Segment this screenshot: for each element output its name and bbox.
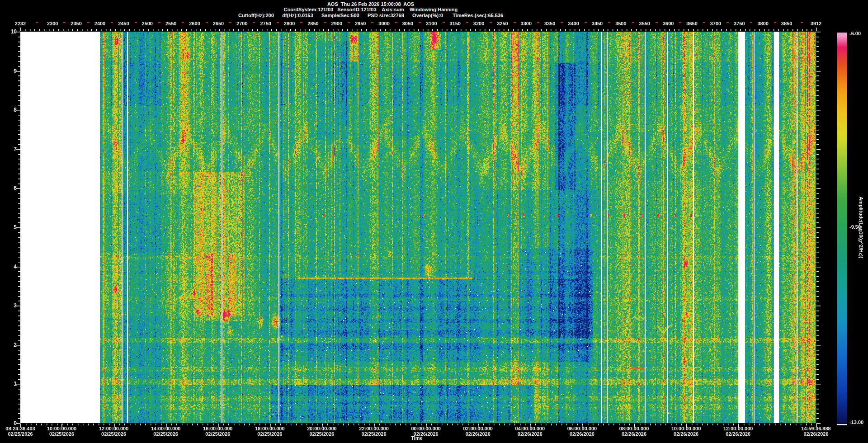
top-axis-label: 2800 (284, 21, 295, 26)
time-axis-title: Time (411, 435, 422, 441)
top-axis-label: 2650 (213, 21, 224, 26)
app-window: AOS Thu 26 Feb 2026 15:00:08 AOS CoordSy… (0, 0, 868, 443)
top-axis-label: 2450 (118, 21, 129, 26)
top-axis-label: 3050 (402, 21, 413, 26)
time-tick-label: 12:00:00.00002/26/2026 (723, 426, 753, 437)
top-axis-label: 3500 (615, 21, 626, 26)
time-tick-label: 10:00:00.00002/26/2026 (671, 426, 701, 437)
top-axis-label: 2900 (331, 21, 342, 26)
frequency-tick-label: 5 (0, 224, 17, 231)
spectrogram-canvas[interactable] (20, 32, 816, 423)
top-axis-label: 3300 (521, 21, 532, 26)
top-axis-label: 3912 (811, 21, 821, 26)
top-axis-label: 3400 (568, 21, 579, 26)
time-tick-label: 20:00:00.00002/25/2026 (307, 426, 336, 437)
top-axis-label: 2550 (165, 21, 176, 26)
top-axis-label: 3000 (378, 21, 389, 26)
frequency-tick-label: 8 (0, 107, 17, 113)
top-axis-label: 2600 (189, 21, 200, 26)
time-tick-label: 14:59:36.88802/26/2026 (801, 426, 830, 437)
frequency-tick-label: 9 (0, 68, 17, 74)
top-axis-label: 2350 (71, 21, 81, 26)
time-tick-label: 12:00:00.00002/25/2026 (99, 426, 128, 437)
time-tick-label: 08:00:00.00002/26/2026 (619, 426, 649, 437)
top-axis-label: 2232 (15, 21, 26, 26)
frequency-tick-label: 2 (0, 342, 17, 348)
top-axis-label: 3100 (426, 21, 437, 26)
time-tick-label: 04:00:00.00002/26/2026 (515, 426, 545, 437)
top-axis-label: 3250 (497, 21, 508, 26)
top-axis-label: 3650 (686, 21, 697, 26)
frequency-tick-label: 0 (0, 420, 17, 426)
top-axis-label: 3750 (734, 21, 745, 26)
top-axis-label: 2700 (236, 21, 247, 26)
top-axis-label: 2950 (355, 21, 366, 26)
amplitude-axis-title: Amplitude(Log10(g^2/Hz)) (859, 32, 864, 423)
colorbar (837, 33, 847, 424)
top-axis-label: 3350 (544, 21, 555, 26)
frequency-tick-label: 1 (0, 381, 17, 387)
top-axis-label: 2300 (47, 21, 58, 26)
time-tick-label: 02:00:00.00002/26/2026 (463, 426, 493, 437)
top-axis-label: 2850 (307, 21, 318, 26)
top-axis-label: 2400 (94, 21, 105, 26)
top-axis-label: 3700 (710, 21, 721, 26)
frequency-tick-label: 3 (0, 302, 17, 309)
time-tick-label: 16:00:00.00002/25/2026 (203, 426, 232, 437)
time-tick-label: 06:00:00.00002/26/2026 (567, 426, 597, 437)
time-tick-label: 08:24:36.40302/25/2026 (5, 426, 35, 437)
top-axis-label: 2500 (142, 21, 153, 26)
top-axis-label: 3200 (473, 21, 484, 26)
frequency-tick-label: 4 (0, 264, 17, 270)
top-axis-label: 3450 (592, 21, 603, 26)
top-axis-label: 3850 (781, 21, 792, 26)
top-axis-label: 3150 (449, 21, 460, 26)
frequency-tick-label: 6 (0, 185, 17, 191)
frequency-tick-label: 10 (0, 28, 17, 35)
time-tick-label: 22:00:00.00002/25/2026 (359, 426, 388, 437)
top-axis-label: 3800 (757, 21, 768, 26)
frequency-tick-label: 7 (0, 146, 17, 152)
top-axis-label: 3550 (639, 21, 650, 26)
time-tick-label: 18:00:00.00002/25/2026 (255, 426, 284, 437)
time-tick-label: 14:00:00.00002/25/2026 (151, 426, 180, 437)
top-axis-label: 3600 (663, 21, 674, 26)
top-axis-label: 2750 (260, 21, 271, 26)
time-tick-label: 10:00:00.00002/25/2026 (47, 426, 76, 437)
